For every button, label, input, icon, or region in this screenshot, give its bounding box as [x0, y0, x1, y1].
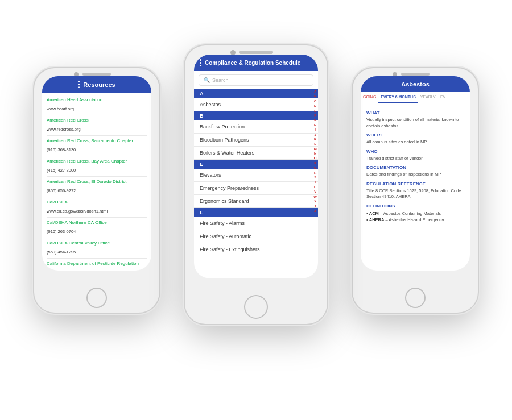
resource-link[interactable]: American Heart Association: [47, 97, 147, 102]
section-header-a: A: [194, 89, 318, 98]
list-item: Cal/OSHA www.dir.ca.gov/dosh/dosh1.html: [47, 197, 147, 218]
resource-link[interactable]: Cal/OSHA Central Valley Office: [47, 240, 147, 246]
section-documentation-title: DOCUMENTATION: [366, 165, 464, 170]
alpha-q[interactable]: Q: [314, 165, 317, 170]
list-item: Cal/OSHA Central Valley Office (559) 454…: [47, 238, 147, 259]
section-regulation-title: REGULATION REFERENCE: [366, 181, 464, 186]
alpha-m[interactable]: M: [314, 147, 317, 151]
menu-dots-icon[interactable]: [200, 59, 201, 66]
tab-ongoing[interactable]: GOING: [361, 92, 378, 103]
alpha-r[interactable]: R: [314, 171, 316, 175]
phone-right: Asbestos GOING EVERY 6 MONTHS YEARLY EV …: [353, 68, 478, 313]
definition-ahera: • AHERA – Asbestos Hazard Emergency: [366, 217, 464, 223]
section-header-b: B: [194, 111, 318, 120]
resource-link[interactable]: California Department of Pesticide Regul…: [47, 261, 147, 266]
center-home-button[interactable]: [244, 295, 268, 319]
section-what-title: WHAT: [366, 110, 464, 115]
alpha-u[interactable]: U: [314, 185, 316, 189]
tabs-bar: GOING EVERY 6 MONTHS YEARLY EV: [361, 92, 470, 103]
alpha-n[interactable]: N: [314, 151, 316, 156]
right-speaker: [401, 73, 430, 76]
list-item[interactable]: Ergonomics Standard: [194, 195, 318, 208]
resource-link[interactable]: American Red Cross, Bay Area Chapter: [47, 159, 147, 164]
search-bar[interactable]: 🔍 Search: [199, 74, 313, 86]
list-item[interactable]: Fire Safety - Alarms: [194, 217, 318, 230]
list-item[interactable]: Emergency Preparedness: [194, 182, 318, 195]
alpha-g[interactable]: G: [314, 118, 317, 122]
alpha-o[interactable]: O: [314, 156, 317, 160]
resource-link[interactable]: American Red Cross: [47, 118, 147, 123]
menu-dots-icon[interactable]: [78, 81, 80, 88]
list-item: American Red Cross, Sacramento Chapter (…: [47, 136, 147, 156]
alpha-a[interactable]: A: [314, 89, 316, 94]
resources-header: Resources: [42, 76, 151, 93]
section-who-title: WHO: [366, 149, 464, 154]
phone-center: Compliance & Regulation Schedule 🔍 Searc…: [185, 45, 327, 324]
search-placeholder: Search: [212, 77, 229, 83]
section-where-title: WHERE: [366, 132, 464, 138]
section-header-e: E: [194, 160, 318, 169]
alpha-v[interactable]: V: [314, 189, 316, 194]
resource-value: (415) 427-8000: [47, 168, 76, 173]
resource-value: (916) 263-0704: [47, 229, 76, 234]
list-item[interactable]: Backflow Protection: [194, 120, 318, 134]
tab-every-6-months[interactable]: EVERY 6 MONTHS: [378, 92, 418, 103]
list-item: Cal/OSHA Northern CA Office (916) 263-07…: [47, 218, 147, 238]
list-item: American Heart Association www.heart.org: [47, 95, 147, 115]
left-speaker: [82, 73, 111, 76]
list-item[interactable]: Asbestos: [194, 98, 318, 111]
section-header-f: F: [194, 208, 318, 217]
list-item: American Red Cross, El Dorado District (…: [47, 177, 147, 197]
center-screen: Compliance & Regulation Schedule 🔍 Searc…: [194, 55, 318, 278]
list-item[interactable]: Bloodborn Pathogens: [194, 134, 318, 147]
asbestos-header: Asbestos: [361, 76, 470, 92]
section-regulation-text: Title 8 CCR Sections 1529, 5208; Educati…: [366, 188, 464, 200]
alphabet-sidebar[interactable]: A B C D E F G H I J K L M N O P Q: [313, 89, 317, 213]
section-where-text: All campus sites as noted in MP: [366, 139, 464, 145]
resource-link[interactable]: Cal/OSHA Northern CA Office: [47, 220, 147, 225]
right-screen: Asbestos GOING EVERY 6 MONTHS YEARLY EV …: [361, 76, 470, 271]
alpha-w[interactable]: W: [313, 194, 317, 199]
alpha-i[interactable]: I: [315, 127, 316, 132]
tab-yearly[interactable]: YEARLY: [418, 92, 438, 103]
alpha-f[interactable]: F: [314, 113, 316, 118]
alpha-z[interactable]: Z: [314, 209, 316, 213]
alpha-y[interactable]: Y: [314, 203, 316, 208]
alpha-b[interactable]: B: [314, 94, 316, 98]
section-documentation-text: Dates and findings of inspections in MP: [366, 172, 464, 178]
alpha-p[interactable]: P: [314, 161, 316, 165]
asbestos-content: WHAT Visually inspect condition of all m…: [361, 103, 470, 226]
alpha-d[interactable]: D: [314, 103, 316, 108]
list-item[interactable]: Fire Safety - Extinguishers: [194, 243, 318, 256]
scene: Resources American Heart Association www…: [0, 0, 512, 420]
center-speaker: [239, 51, 273, 54]
alpha-x[interactable]: X: [314, 199, 316, 203]
alpha-c[interactable]: C: [314, 99, 316, 103]
resource-value: (916) 368-3130: [47, 147, 76, 152]
compliance-list: A Asbestos B Backflow Protection Bloodbo…: [194, 89, 318, 256]
list-item[interactable]: Boilers & Water Heaters: [194, 147, 318, 160]
alpha-t[interactable]: T: [314, 180, 316, 184]
alpha-s[interactable]: S: [314, 175, 316, 180]
alpha-e[interactable]: E: [314, 109, 316, 113]
left-home-button[interactable]: [86, 288, 107, 308]
list-item[interactable]: Fire Safety - Automatic: [194, 230, 318, 243]
resources-list: American Heart Association www.heart.org…: [42, 93, 151, 271]
alpha-l[interactable]: L: [314, 142, 316, 146]
resource-link[interactable]: American Red Cross, El Dorado District: [47, 179, 147, 184]
list-item[interactable]: Elevators: [194, 169, 318, 182]
left-screen: Resources American Heart Association www…: [42, 76, 151, 271]
resource-link[interactable]: American Red Cross, Sacramento Chapter: [47, 138, 147, 143]
resource-value: (559) 454-1295: [47, 249, 76, 255]
definition-acm: • ACM – Asbestos Containing Materials: [366, 210, 464, 217]
resource-value: www.redcross.org: [47, 127, 81, 132]
list-item: American Red Cross, Bay Area Chapter (41…: [47, 156, 147, 177]
alpha-k[interactable]: K: [314, 137, 316, 142]
alpha-j[interactable]: J: [314, 132, 316, 137]
alpha-h[interactable]: H: [314, 123, 316, 127]
tab-ev[interactable]: EV: [438, 92, 448, 103]
right-home-button[interactable]: [405, 288, 426, 308]
resource-link[interactable]: Cal/OSHA: [47, 199, 147, 205]
resource-value: www.dir.ca.gov/dosh/dosh1.html: [47, 209, 108, 214]
phone-left: Resources American Heart Association www…: [34, 68, 159, 313]
